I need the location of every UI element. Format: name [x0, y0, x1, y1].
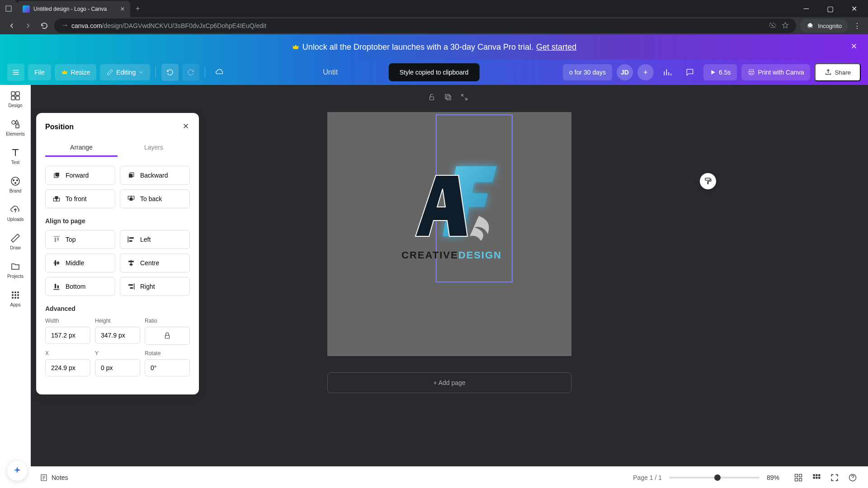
sidebar-item-brand[interactable]: Brand: [9, 176, 22, 193]
banner-close-icon[interactable]: [850, 42, 861, 52]
advanced-section-title: Advanced: [45, 305, 190, 312]
print-button[interactable]: Print with Canva: [741, 64, 810, 80]
add-page-button[interactable]: + Add page: [327, 372, 571, 393]
add-collaborator-button[interactable]: +: [637, 64, 654, 80]
duration-button[interactable]: 6.5s: [703, 64, 737, 80]
help-button[interactable]: [846, 471, 859, 484]
url-input[interactable]: canva.com/design/DAGVwdNCKVU/3sBF0dvJxCp…: [54, 19, 796, 33]
share-button[interactable]: Share: [815, 63, 861, 81]
svg-point-18: [14, 182, 16, 184]
menu-button[interactable]: [7, 64, 24, 81]
sidebar-item-elements[interactable]: Elements: [6, 119, 25, 136]
brand-icon: [10, 176, 21, 187]
editing-button[interactable]: Editing: [100, 64, 150, 80]
align-middle-button[interactable]: Middle: [45, 253, 115, 272]
thumbnail-view-button[interactable]: [810, 471, 823, 484]
align-top-icon: [52, 235, 61, 244]
y-input[interactable]: [95, 359, 140, 376]
sidebar-item-projects[interactable]: Projects: [7, 261, 24, 279]
style-fab[interactable]: [700, 173, 716, 189]
grid-view-button[interactable]: [792, 471, 805, 484]
panel-close-button[interactable]: [182, 122, 190, 132]
close-window-button[interactable]: ✕: [844, 2, 864, 15]
uploads-icon: [10, 204, 21, 215]
x-input[interactable]: [45, 359, 90, 376]
magic-button[interactable]: [7, 461, 27, 481]
try-pro-button[interactable]: o for 30 days: [563, 64, 612, 80]
tab-arrange[interactable]: Arrange: [45, 139, 118, 157]
page-indicator[interactable]: Page 1 / 1: [633, 474, 662, 481]
back-button[interactable]: [5, 19, 18, 32]
duplicate-page-button[interactable]: [444, 93, 452, 103]
svg-rect-10: [16, 92, 19, 95]
width-input[interactable]: [45, 327, 90, 344]
ratio-lock-button[interactable]: [145, 327, 190, 345]
tab-close-icon[interactable]: ✕: [120, 6, 125, 12]
align-left-button[interactable]: Left: [120, 230, 190, 249]
browser-menu-icon[interactable]: ⋮: [852, 20, 863, 32]
sidebar-item-uploads[interactable]: Uploads: [7, 204, 24, 222]
bottom-status-bar: Notes Page 1 / 1 89%: [31, 466, 868, 488]
backward-button[interactable]: Backward: [120, 166, 190, 185]
file-button[interactable]: File: [28, 64, 51, 80]
insights-button[interactable]: [658, 63, 676, 81]
sidebar-item-design[interactable]: Design: [8, 90, 22, 108]
svg-rect-52: [57, 262, 59, 265]
to-front-button[interactable]: To front: [45, 189, 115, 208]
svg-rect-12: [16, 96, 19, 100]
svg-point-16: [13, 179, 14, 181]
document-title[interactable]: Untit: [323, 68, 338, 76]
sidebar-item-text[interactable]: Text: [10, 147, 21, 165]
design-canvas[interactable]: CREATIVEDESIGN: [327, 112, 571, 356]
height-input[interactable]: [95, 327, 140, 344]
cloud-sync-button[interactable]: [211, 63, 229, 81]
incognito-badge[interactable]: Incognito: [800, 19, 848, 33]
svg-point-1: [63, 25, 64, 26]
user-avatar[interactable]: JD: [617, 64, 633, 80]
svg-point-25: [12, 297, 14, 299]
to-back-button[interactable]: To back: [120, 189, 190, 208]
banner-link[interactable]: Get started: [536, 42, 576, 52]
bookmark-star-icon[interactable]: [782, 22, 789, 30]
reload-button[interactable]: [38, 19, 51, 32]
minimize-button[interactable]: ─: [796, 2, 816, 15]
redo-button[interactable]: [182, 64, 199, 81]
site-info-icon[interactable]: [61, 22, 68, 30]
rotate-input[interactable]: [145, 359, 190, 376]
lock-open-icon: [428, 93, 436, 101]
expand-icon: [460, 93, 468, 101]
eye-off-icon[interactable]: [769, 22, 776, 30]
browser-tab[interactable]: Untitled design - Logo - Canva ✕: [17, 1, 130, 17]
align-centre-button[interactable]: Centre: [120, 253, 190, 272]
sidebar-item-draw[interactable]: Draw: [10, 233, 21, 250]
forward-button[interactable]: [22, 19, 34, 32]
new-tab-button[interactable]: +: [134, 3, 142, 14]
svg-point-2: [64, 25, 65, 26]
tab-layers[interactable]: Layers: [118, 139, 190, 157]
fullscreen-icon: [830, 473, 839, 482]
forward-button[interactable]: Forward: [45, 166, 115, 185]
expand-page-button[interactable]: [460, 93, 468, 103]
align-top-button[interactable]: Top: [45, 230, 115, 249]
canva-main-toolbar: File Resize Editing Style copied to clip…: [0, 60, 868, 85]
align-right-icon: [127, 282, 136, 291]
sidebar-item-apps[interactable]: Apps: [10, 290, 21, 307]
align-bottom-button[interactable]: Bottom: [45, 277, 115, 296]
maximize-button[interactable]: ▢: [820, 2, 840, 15]
resize-button[interactable]: Resize: [55, 64, 97, 80]
comment-button[interactable]: [681, 63, 699, 81]
notes-button[interactable]: Notes: [40, 474, 68, 482]
fullscreen-button[interactable]: [828, 471, 841, 484]
logo-element[interactable]: CREATIVEDESIGN: [393, 157, 510, 270]
height-label: Height: [95, 318, 140, 324]
svg-rect-63: [705, 178, 710, 180]
svg-rect-68: [799, 478, 802, 481]
lock-page-button[interactable]: [428, 93, 436, 103]
align-right-button[interactable]: Right: [120, 277, 190, 296]
window-menu-icon[interactable]: [0, 0, 17, 17]
help-icon: [848, 473, 857, 482]
undo-button[interactable]: [161, 64, 179, 81]
text-icon: [10, 147, 21, 158]
zoom-value[interactable]: 89%: [767, 474, 785, 481]
zoom-slider[interactable]: [669, 477, 760, 479]
